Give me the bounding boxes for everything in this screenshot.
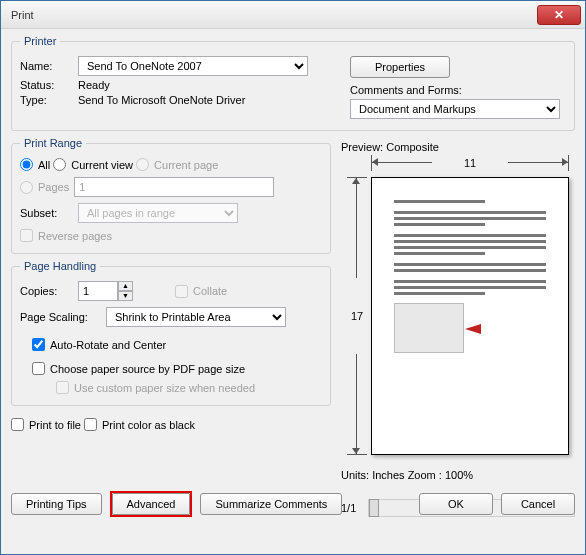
reverse-label: Reverse pages bbox=[38, 230, 112, 242]
preview-box: 11 17 bbox=[341, 155, 575, 465]
preview-title: Preview: Composite bbox=[341, 141, 575, 153]
print-dialog: Print ✕ Printer Name: Send To OneNote 20… bbox=[0, 0, 586, 555]
choosepaper-label: Choose paper source by PDF page size bbox=[50, 363, 245, 375]
choosepaper-checkbox[interactable] bbox=[32, 362, 45, 375]
autorotate-checkbox[interactable] bbox=[32, 338, 45, 351]
print-range-group: Print Range All Current view Current pag… bbox=[11, 137, 331, 254]
printing-tips-button[interactable]: Printing Tips bbox=[11, 493, 102, 515]
comments-label: Comments and Forms: bbox=[350, 84, 462, 96]
range-currentview-radio[interactable] bbox=[53, 158, 66, 171]
printtofile-label: Print to file bbox=[29, 419, 81, 431]
bottom-bar: Printing Tips Advanced Summarize Comment… bbox=[11, 491, 575, 517]
printer-name-select[interactable]: Send To OneNote 2007 bbox=[78, 56, 308, 76]
printtofile-checkbox[interactable] bbox=[11, 418, 24, 431]
range-currentpage-radio bbox=[136, 158, 149, 171]
copies-input[interactable] bbox=[78, 281, 118, 301]
preview-thumbnail bbox=[394, 303, 464, 353]
custompaper-label: Use custom paper size when needed bbox=[74, 382, 255, 394]
advanced-button[interactable]: Advanced bbox=[112, 493, 191, 515]
copies-spinner[interactable]: ▲ ▼ bbox=[78, 281, 133, 301]
printer-group: Printer Name: Send To OneNote 2007 Statu… bbox=[11, 35, 575, 131]
range-pages-input bbox=[74, 177, 274, 197]
custompaper-checkbox bbox=[56, 381, 69, 394]
ok-button[interactable]: OK bbox=[419, 493, 493, 515]
arrow-icon bbox=[465, 324, 481, 334]
collate-label: Collate bbox=[193, 285, 227, 297]
printer-type-label: Type: bbox=[20, 94, 72, 106]
ruler-horizontal: 11 bbox=[371, 155, 569, 171]
cancel-button[interactable]: Cancel bbox=[501, 493, 575, 515]
advanced-highlight: Advanced bbox=[110, 491, 193, 517]
subset-label: Subset: bbox=[20, 207, 72, 219]
subset-select: All pages in range bbox=[78, 203, 238, 223]
ruler-vertical: 17 bbox=[347, 177, 367, 455]
scaling-select[interactable]: Shrink to Printable Area bbox=[106, 307, 286, 327]
properties-button[interactable]: Properties bbox=[350, 56, 450, 78]
page-handling-group: Page Handling Copies: ▲ ▼ Collate bbox=[11, 260, 331, 406]
printer-name-label: Name: bbox=[20, 60, 72, 72]
preview-width: 11 bbox=[464, 157, 476, 169]
preview-page bbox=[371, 177, 569, 455]
preview-height: 17 bbox=[351, 310, 363, 322]
printblack-checkbox[interactable] bbox=[84, 418, 97, 431]
range-currentview-label: Current view bbox=[71, 159, 133, 171]
summarize-button[interactable]: Summarize Comments bbox=[200, 493, 342, 515]
copies-up[interactable]: ▲ bbox=[118, 281, 133, 291]
scaling-label: Page Scaling: bbox=[20, 311, 100, 323]
collate-checkbox bbox=[175, 285, 188, 298]
copies-down[interactable]: ▼ bbox=[118, 291, 133, 301]
printblack-label: Print color as black bbox=[102, 419, 195, 431]
printer-legend: Printer bbox=[20, 35, 60, 47]
comments-select[interactable]: Document and Markups bbox=[350, 99, 560, 119]
range-currentpage-label: Current page bbox=[154, 159, 218, 171]
handling-legend: Page Handling bbox=[20, 260, 100, 272]
preview-units: Units: Inches Zoom : 100% bbox=[341, 469, 575, 481]
close-button[interactable]: ✕ bbox=[537, 5, 581, 25]
range-pages-label: Pages bbox=[38, 181, 69, 193]
copies-label: Copies: bbox=[20, 285, 72, 297]
printer-status-value: Ready bbox=[78, 79, 110, 91]
window-title: Print bbox=[11, 9, 537, 21]
autorotate-label: Auto-Rotate and Center bbox=[50, 339, 166, 351]
range-all-label: All bbox=[38, 159, 50, 171]
preview-panel: Preview: Composite 11 17 bbox=[341, 141, 575, 517]
printer-status-label: Status: bbox=[20, 79, 72, 91]
range-pages-radio bbox=[20, 181, 33, 194]
titlebar: Print ✕ bbox=[1, 1, 585, 29]
range-all-radio[interactable] bbox=[20, 158, 33, 171]
range-legend: Print Range bbox=[20, 137, 86, 149]
reverse-checkbox bbox=[20, 229, 33, 242]
printer-type-value: Send To Microsoft OneNote Driver bbox=[78, 94, 245, 106]
